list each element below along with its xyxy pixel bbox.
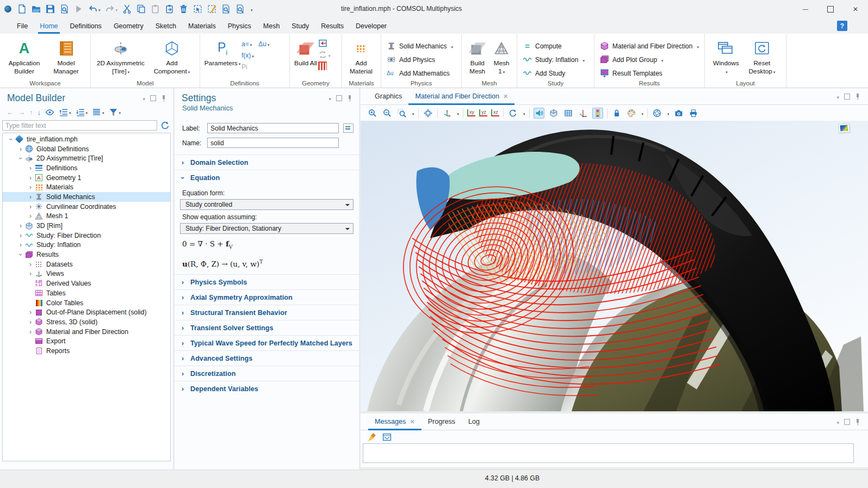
name-input[interactable]	[207, 138, 339, 148]
tree-item-study-inflation[interactable]: Study: Inflation	[3, 240, 170, 250]
build-all-geometry-button[interactable]: Build All	[293, 36, 318, 67]
tab-material-fiber-direction[interactable]: Material and Fiber Direction✕	[408, 88, 514, 104]
go-to-xz-view-button[interactable]: xz	[491, 109, 499, 116]
menu-definitions[interactable]: Definitions	[64, 18, 108, 34]
tree-item-out-of-plane-displacement[interactable]: Out-of-Plane Displacement (solid)	[3, 307, 170, 317]
rename-label-button[interactable]	[343, 123, 354, 133]
duplicate-icon[interactable]	[165, 4, 174, 14]
zoom-extents-button[interactable]	[423, 108, 433, 119]
transparency-toggle[interactable]	[548, 108, 559, 119]
tree-item-stress-3d[interactable]: Stress, 3D (solid)	[3, 317, 170, 327]
tree-item-color-tables[interactable]: Color Tables	[3, 298, 170, 308]
pin-panel-icon[interactable]	[347, 95, 352, 102]
panel-menu-icon[interactable]	[836, 93, 839, 101]
parameter-case-button[interactable]: Pi	[241, 63, 247, 71]
customize-toolbar-chevron-icon[interactable]	[250, 5, 253, 13]
tree-item-curvilinear-coordinates[interactable]: Curvilinear Coordinates	[3, 202, 170, 212]
section-structural-transient[interactable]: Structural Transient Behavior	[175, 305, 359, 320]
pin-panel-icon[interactable]	[855, 94, 860, 100]
study-inflation-button[interactable]: Study: Inflation	[520, 53, 587, 66]
tree-item-datasets[interactable]: Datasets	[3, 260, 170, 269]
menu-materials[interactable]: Materials	[182, 18, 222, 34]
add-material-button[interactable]: Add Material	[345, 36, 377, 75]
expander-icon[interactable]	[7, 135, 15, 143]
environment-button[interactable]	[652, 108, 662, 119]
tree-item-views[interactable]: Views	[3, 269, 170, 279]
equation-form-select[interactable]: Study controlled	[180, 199, 354, 210]
color-theme-button[interactable]	[626, 108, 637, 119]
tree-item-results[interactable]: Results	[3, 250, 170, 260]
clear-messages-icon[interactable]	[368, 433, 377, 442]
zoom-in-button[interactable]	[367, 108, 378, 119]
expand-all-button[interactable]	[76, 108, 88, 117]
tree-item-root[interactable]: tire_inflation.mph	[3, 134, 170, 144]
result-templates-button[interactable]: Result Templates	[598, 66, 701, 80]
import-geometry-icon[interactable]	[318, 39, 327, 48]
filter-button[interactable]	[109, 108, 121, 117]
color-legend-toggle[interactable]	[592, 108, 603, 119]
build-mesh-button[interactable]: Build Mesh	[465, 36, 489, 75]
detach-panel-icon[interactable]	[844, 419, 850, 425]
expander-icon[interactable]	[27, 174, 34, 182]
pin-panel-icon[interactable]	[161, 95, 166, 102]
add-study-button[interactable]: Add Study	[520, 66, 587, 80]
pin-panel-icon[interactable]	[855, 419, 860, 425]
tree-item-tables[interactable]: Tables	[3, 288, 170, 298]
delete-icon[interactable]	[179, 4, 188, 14]
detach-panel-icon[interactable]	[336, 95, 342, 101]
reset-desktop-button[interactable]: Reset Desktop	[744, 36, 780, 75]
section-discretization[interactable]: Discretization	[175, 366, 359, 381]
tab-progress[interactable]: Progress	[421, 413, 462, 430]
panel-menu-icon[interactable]	[142, 95, 145, 102]
tree-item-mesh-1[interactable]: Mesh 1	[3, 212, 170, 221]
section-physics-symbols[interactable]: Physics Symbols	[175, 274, 359, 289]
add-plot-group-button[interactable]: Add Plot Group	[598, 53, 701, 66]
undo-button[interactable]	[88, 4, 101, 14]
help-button[interactable]: ?	[837, 21, 847, 31]
go-to-xy-view-button[interactable]: xy	[467, 109, 475, 116]
copy-icon[interactable]	[137, 4, 146, 14]
tree-item-reports[interactable]: Reports	[3, 346, 170, 356]
close-button[interactable]	[843, 0, 868, 18]
compute-button[interactable]: = Compute	[520, 39, 587, 53]
mesh-1-button[interactable]: Mesh 1	[489, 36, 513, 75]
expander-icon[interactable]	[17, 232, 24, 239]
expander-icon[interactable]	[27, 193, 34, 201]
detach-panel-icon[interactable]	[150, 95, 156, 101]
tree-filter-input[interactable]	[2, 120, 157, 131]
maximize-button[interactable]	[818, 0, 843, 18]
run-icon[interactable]	[74, 4, 83, 14]
tree-item-3d-rim[interactable]: 3D [Rim]	[3, 221, 170, 231]
plot-thumbnail-icon[interactable]	[838, 123, 850, 133]
tree-item-derived-values[interactable]: 8.85e-12Derived Values	[3, 279, 170, 288]
section-domain-selection[interactable]: Domain Selection	[175, 155, 359, 170]
tab-graphics[interactable]: Graphics	[368, 88, 408, 104]
search-icon[interactable]	[235, 4, 245, 14]
add-component-button[interactable]: Add Component	[147, 36, 196, 75]
expander-icon[interactable]	[17, 251, 24, 258]
menu-sketch[interactable]: Sketch	[150, 18, 182, 34]
nonlocal-couplings-button[interactable]: Δu	[258, 40, 269, 48]
save-as-icon[interactable]	[60, 4, 69, 14]
expander-icon[interactable]	[27, 328, 34, 336]
expander-icon[interactable]	[27, 261, 34, 268]
close-tab-icon[interactable]: ✕	[410, 418, 414, 425]
tree-item-definitions[interactable]: Definitions	[3, 163, 170, 173]
collapse-all-button[interactable]	[59, 108, 71, 117]
save-icon[interactable]	[46, 4, 55, 14]
sketch-select-icon[interactable]	[207, 4, 216, 14]
show-axes-toggle[interactable]	[578, 108, 588, 119]
expander-icon[interactable]	[17, 145, 24, 153]
go-to-yz-view-button[interactable]: yz	[479, 109, 487, 116]
menu-mesh[interactable]: Mesh	[257, 18, 286, 34]
section-wave-speed[interactable]: Typical Wave Speed for Perfectly Matched…	[175, 335, 359, 350]
application-builder-button[interactable]: A Application Builder	[3, 36, 45, 75]
scene-light-toggle[interactable]	[534, 108, 544, 119]
model-manager-button[interactable]: Model Manager	[45, 36, 87, 75]
expander-icon[interactable]	[27, 308, 34, 316]
snapshot-button[interactable]	[673, 108, 684, 119]
tree-item-export[interactable]: Export	[3, 336, 170, 346]
expander-icon[interactable]	[17, 155, 24, 162]
menu-file[interactable]: File	[11, 18, 34, 34]
material-fiber-direction-ribbon-button[interactable]: Material and Fiber Direction	[598, 39, 701, 53]
